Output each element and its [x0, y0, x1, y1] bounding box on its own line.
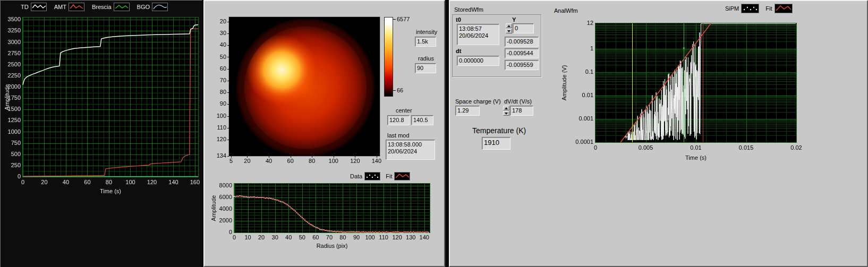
dvdt-increment-button[interactable]: [503, 106, 509, 110]
legend-item-bgo[interactable]: BGO: [137, 3, 168, 11]
lastmod-label: last mod: [387, 132, 410, 139]
radius-value: 90: [415, 63, 436, 73]
y-index-increment-button[interactable]: [506, 23, 512, 28]
legend-item-brescia[interactable]: Brescia: [92, 3, 130, 11]
analwfm-canvas[interactable]: [556, 14, 822, 169]
y-label: Y: [512, 16, 516, 23]
lastmod-value: 13:08:58.000 20/06/2024: [386, 140, 435, 160]
arrow-up-icon: [507, 25, 510, 27]
profile-legend: Data Fit: [350, 172, 410, 180]
t0-time: 13:08:57: [459, 25, 497, 32]
space-charge-value[interactable]: 1.29: [455, 106, 480, 116]
tick-mark: [393, 90, 396, 91]
dvdt-value[interactable]: 178: [510, 106, 533, 116]
dvdt-spinner[interactable]: [503, 106, 509, 116]
anal-fit-line-glyph: [775, 4, 793, 13]
temperature-value[interactable]: 1910: [482, 137, 510, 150]
strip-chart-panel: TD AMT Brescia BGO: [0, 0, 202, 267]
bgo-line-glyph: [152, 3, 168, 11]
legend-item-fit[interactable]: Fit: [386, 172, 410, 180]
legend-label-anal-fit: Fit: [765, 5, 772, 12]
storedwfm-label: StoredWfm: [454, 6, 483, 13]
center-label: center: [396, 107, 412, 114]
tick-mark: [393, 19, 396, 20]
legend-label-amt: AMT: [54, 4, 66, 10]
analwfm-legend: SiPM Fit: [725, 4, 793, 13]
arrow-down-icon: [505, 113, 508, 115]
lastmod-time: 13:08:58.000: [388, 141, 433, 148]
colorbar-max-label: 6577: [393, 16, 410, 22]
dvdt-decrement-button[interactable]: [503, 111, 509, 116]
intensity-label: intensity: [416, 29, 437, 35]
data-points-glyph: [364, 172, 380, 180]
t0-label: t0: [456, 16, 461, 23]
y-array-value-0: -0.009528: [505, 37, 539, 47]
waveform-panel: StoredWfm t0 13:08:57 20/06/2024 dt 0.00…: [449, 0, 868, 267]
legend-item-amt[interactable]: AMT: [54, 3, 84, 11]
legend-label-td: TD: [21, 4, 29, 10]
y-array-value-1: -0.009544: [505, 48, 539, 58]
intensity-value: 1.5k: [415, 37, 436, 47]
center-x-value: 120.8: [387, 115, 410, 125]
t0-value: 13:08:57 20/06/2024: [457, 24, 499, 45]
storedwfm-cluster: t0 13:08:57 20/06/2024 dt 0.000000 Y 0 -…: [452, 14, 541, 77]
td-line-glyph: [31, 3, 47, 11]
y-index-spinner[interactable]: [506, 23, 512, 33]
sipm-points-glyph: [741, 4, 759, 13]
y-index-decrement-button[interactable]: [506, 29, 512, 33]
amt-line-glyph: [69, 3, 84, 11]
fit-line-glyph: [394, 172, 410, 180]
strip-chart-legend: TD AMT Brescia BGO: [21, 3, 168, 11]
legend-label-data: Data: [350, 173, 362, 179]
strip-chart-canvas[interactable]: [2, 13, 202, 200]
dt-value: 0.000000: [457, 56, 499, 66]
legend-item-anal-fit[interactable]: Fit: [765, 4, 792, 13]
brescia-line-glyph: [114, 3, 130, 11]
temperature-label: Temperature (K): [472, 126, 526, 135]
legend-item-td[interactable]: TD: [21, 3, 47, 11]
analwfm-title: AnalWfm: [554, 7, 578, 14]
arrow-down-icon: [507, 30, 510, 32]
legend-label-sipm: SiPM: [725, 5, 739, 12]
dt-label: dt: [456, 48, 461, 54]
y-array-value-2: -0.009559: [505, 60, 539, 70]
legend-label-brescia: Brescia: [92, 4, 112, 10]
radial-profile-canvas[interactable]: [207, 170, 444, 267]
legend-item-data[interactable]: Data: [350, 172, 380, 180]
intensity-graph-canvas[interactable]: [209, 13, 389, 168]
colorbar-min-label: 66: [393, 87, 403, 93]
lastmod-date: 20/06/2024: [388, 148, 433, 155]
intensity-colorbar[interactable]: [384, 17, 393, 97]
space-charge-label: Space charge (V): [455, 98, 501, 105]
radius-label: radius: [418, 55, 434, 62]
legend-label-fit: Fit: [386, 173, 392, 179]
t0-date: 20/06/2024: [459, 32, 497, 39]
y-index-value[interactable]: 0: [513, 23, 534, 33]
arrow-up-icon: [505, 107, 508, 109]
legend-label-bgo: BGO: [137, 4, 150, 10]
legend-item-sipm[interactable]: SiPM: [725, 4, 759, 13]
dvdt-label: dV/dt (V/s): [504, 98, 532, 105]
intensity-panel: 6577 66 intensity 1.5k radius 90 center …: [203, 0, 445, 267]
center-y-value: 140.5: [411, 115, 433, 125]
